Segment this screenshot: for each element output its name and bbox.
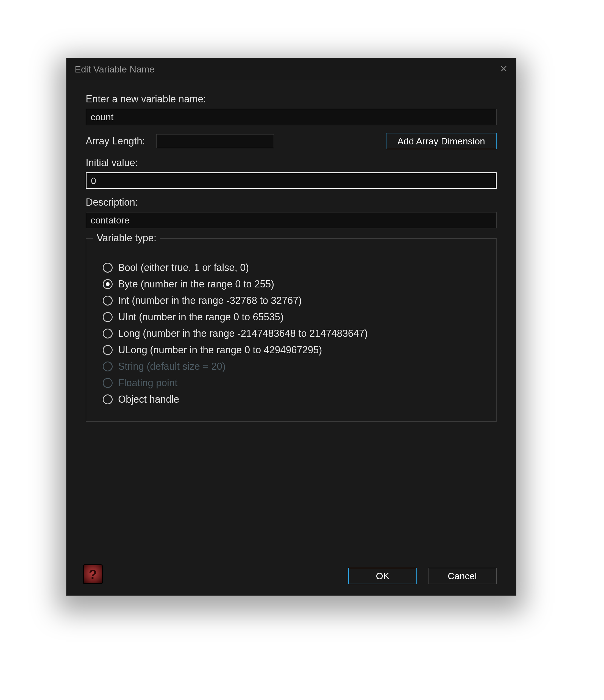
radio-icon — [103, 378, 113, 388]
array-length-label: Array Length: — [86, 135, 145, 147]
radio-item-bool[interactable]: Bool (either true, 1 or false, 0) — [103, 262, 485, 273]
edit-variable-dialog: Edit Variable Name Enter a new variable … — [66, 58, 516, 596]
variable-type-group: Variable type: Bool (either true, 1 or f… — [86, 238, 497, 422]
cancel-button[interactable]: Cancel — [428, 568, 497, 584]
radio-label: Long (number in the range -2147483648 to… — [118, 328, 368, 339]
description-input[interactable] — [86, 212, 497, 228]
radio-icon — [103, 395, 113, 404]
radio-icon — [103, 329, 113, 339]
radio-item-byte[interactable]: Byte (number in the range 0 to 255) — [103, 278, 485, 290]
help-icon[interactable]: ? — [83, 565, 103, 584]
variable-name-input[interactable] — [86, 109, 497, 125]
radio-icon — [103, 279, 113, 289]
radio-item-string: String (default size = 20) — [103, 361, 485, 372]
add-array-dimension-button[interactable]: Add Array Dimension — [386, 133, 497, 149]
radio-icon — [103, 345, 113, 355]
radio-icon — [103, 361, 113, 371]
dialog-title: Edit Variable Name — [75, 64, 154, 75]
radio-item-handle[interactable]: Object handle — [103, 394, 485, 405]
radio-label: UInt (number in the range 0 to 65535) — [118, 311, 284, 323]
radio-icon — [103, 312, 113, 322]
radio-item-uint[interactable]: UInt (number in the range 0 to 65535) — [103, 311, 485, 323]
radio-icon — [103, 263, 113, 273]
radio-icon — [103, 296, 113, 305]
radio-item-long[interactable]: Long (number in the range -2147483648 to… — [103, 328, 485, 339]
radio-item-float: Floating point — [103, 377, 485, 389]
radio-label: Object handle — [118, 394, 179, 405]
description-label: Description: — [86, 197, 497, 208]
initial-value-label: Initial value: — [86, 157, 497, 169]
name-label: Enter a new variable name: — [86, 93, 497, 105]
ok-button[interactable]: OK — [348, 568, 417, 584]
titlebar: Edit Variable Name — [67, 58, 516, 80]
radio-label: Floating point — [118, 377, 177, 389]
array-length-input[interactable] — [156, 134, 274, 148]
radio-label: String (default size = 20) — [118, 361, 225, 372]
radio-label: ULong (number in the range 0 to 42949672… — [118, 344, 322, 356]
radio-label: Bool (either true, 1 or false, 0) — [118, 262, 249, 273]
close-icon[interactable] — [500, 64, 508, 75]
radio-item-int[interactable]: Int (number in the range -32768 to 32767… — [103, 295, 485, 306]
radio-item-ulong[interactable]: ULong (number in the range 0 to 42949672… — [103, 344, 485, 356]
radio-label: Byte (number in the range 0 to 255) — [118, 278, 274, 290]
initial-value-input[interactable] — [86, 172, 497, 189]
variable-type-legend: Variable type: — [93, 232, 160, 244]
radio-label: Int (number in the range -32768 to 32767… — [118, 295, 301, 306]
